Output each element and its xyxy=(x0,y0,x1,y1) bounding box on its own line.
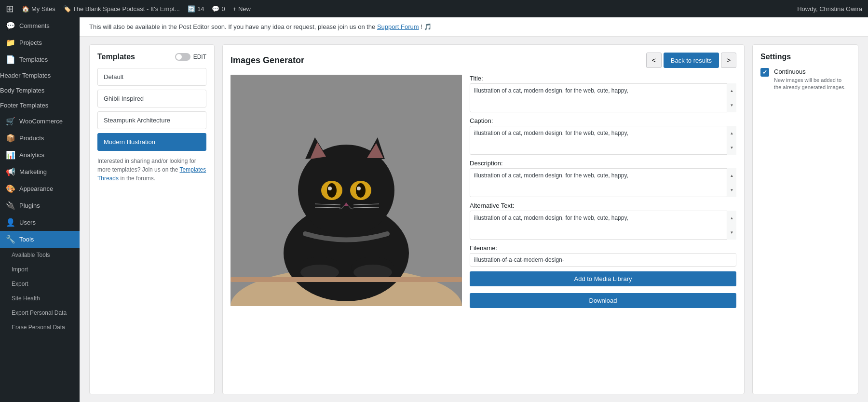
continuous-desc: New images will be added to the already … xyxy=(774,77,850,92)
site-name-link[interactable]: 🏷️ The Blank Space Podcast - It's Empt..… xyxy=(63,5,180,13)
caption-scroll: ▲ ▼ xyxy=(727,126,736,155)
comments-link[interactable]: 💬 0 xyxy=(212,5,225,13)
nav-buttons: < Back to results > xyxy=(646,53,736,68)
settings-title: Settings xyxy=(760,53,850,61)
caption-scroll-down[interactable]: ▼ xyxy=(727,140,736,155)
title-field-group: Title: ▲ ▼ xyxy=(470,75,736,112)
generator-panel: Images Generator < Back to results > xyxy=(222,44,745,394)
download-button[interactable]: Download xyxy=(470,293,736,308)
home-icon: 🏷️ xyxy=(63,5,71,13)
toggle-switch[interactable] xyxy=(175,53,190,61)
add-to-media-library-button[interactable]: Add to Media Library xyxy=(470,271,736,286)
my-sites-icon: 🏠 xyxy=(22,5,29,13)
alt-scroll-down[interactable]: ▼ xyxy=(727,225,736,240)
description-scroll-down[interactable]: ▼ xyxy=(727,183,736,197)
generator-title: Images Generator xyxy=(231,55,304,66)
sidebar-item-header-templates[interactable]: Header Templates xyxy=(0,68,80,83)
sidebar-item-site-health[interactable]: Site Health xyxy=(0,291,80,306)
title-scroll-down[interactable]: ▼ xyxy=(727,98,736,112)
sidebar-item-body-templates[interactable]: Body Templates xyxy=(0,83,80,98)
tools-submenu: Available Tools Import Export Site Healt… xyxy=(0,248,80,335)
template-item-steampunk[interactable]: Steampunk Architecture xyxy=(97,111,206,129)
sidebar-item-templates[interactable]: 📄 Templates xyxy=(0,51,80,68)
generated-image xyxy=(231,75,462,306)
sidebar-item-export-personal-data[interactable]: Export Personal Data xyxy=(0,306,80,320)
sidebar-item-available-tools[interactable]: Available Tools xyxy=(0,248,80,262)
edit-toggle[interactable]: EDIT xyxy=(175,53,206,61)
tools-icon: 🔧 xyxy=(6,235,15,244)
products-icon: 📦 xyxy=(6,134,15,143)
back-to-results-button[interactable]: Back to results xyxy=(664,53,719,68)
support-forum-link[interactable]: Support Forum xyxy=(377,23,419,30)
appearance-icon: 🎨 xyxy=(6,184,15,193)
prev-button[interactable]: < xyxy=(646,53,662,68)
admin-bar: ⊞ 🏠 My Sites 🏷️ The Blank Space Podcast … xyxy=(0,0,868,17)
template-item-ghibli[interactable]: Ghibli Inspired xyxy=(97,90,206,107)
caption-label: Caption: xyxy=(470,117,736,124)
generator-body: Title: ▲ ▼ Caption: xyxy=(231,75,736,386)
analytics-icon: 📊 xyxy=(6,150,15,160)
projects-icon: 📁 xyxy=(6,38,15,47)
content-area: This will also be available in the Post … xyxy=(80,17,868,402)
users-icon: 👤 xyxy=(6,218,15,227)
sidebar-item-users[interactable]: 👤 Users xyxy=(0,214,80,231)
main-content: Templates EDIT Default Ghibli Inspired S… xyxy=(80,37,868,402)
templates-panel-title: Templates xyxy=(97,53,135,61)
description-field-group: Description: ▲ ▼ xyxy=(470,160,736,197)
sidebar-item-appearance[interactable]: 🎨 Appearance xyxy=(0,180,80,197)
sidebar-item-projects[interactable]: 📁 Projects xyxy=(0,34,80,51)
alt-scroll: ▲ ▼ xyxy=(727,211,736,240)
title-scroll: ▲ ▼ xyxy=(727,83,736,112)
new-content-menu[interactable]: + New xyxy=(233,5,251,13)
continuous-setting: Continuous New images will be added to t… xyxy=(760,68,850,92)
template-item-modern[interactable]: Modern Illustration xyxy=(97,133,206,151)
title-input[interactable] xyxy=(470,83,736,112)
marketing-icon: 📢 xyxy=(6,167,15,176)
continuous-checkbox[interactable] xyxy=(760,68,769,77)
sidebar-item-tools[interactable]: 🔧 Tools xyxy=(0,231,80,248)
filename-input[interactable] xyxy=(470,253,736,267)
updates-icon: 🔄 xyxy=(188,5,195,13)
sidebar-item-marketing[interactable]: 📢 Marketing xyxy=(0,163,80,180)
title-row: ▲ ▼ xyxy=(470,83,736,112)
alt-scroll-up[interactable]: ▲ xyxy=(727,211,736,225)
templates-promo: Interested in sharing and/or looking for… xyxy=(97,157,206,183)
caption-scroll-up[interactable]: ▲ xyxy=(727,126,736,140)
alt-input[interactable] xyxy=(470,211,736,240)
svg-point-11 xyxy=(356,183,366,198)
sidebar-item-woocommerce[interactable]: 🛒 WooCommerce xyxy=(0,113,80,130)
sidebar-item-erase-personal-data[interactable]: Erase Personal Data xyxy=(0,320,80,335)
description-input[interactable] xyxy=(470,168,736,197)
notice-bar: This will also be available in the Post … xyxy=(80,17,868,37)
sidebar-item-comments[interactable]: 💬 Comments xyxy=(0,17,80,34)
updates-link[interactable]: 🔄 14 xyxy=(188,5,204,13)
sidebar-item-plugins[interactable]: 🔌 Plugins xyxy=(0,197,80,214)
continuous-text: Continuous New images will be added to t… xyxy=(774,68,850,92)
next-button[interactable]: > xyxy=(721,53,736,68)
generator-fields: Title: ▲ ▼ Caption: xyxy=(470,75,736,386)
plugins-icon: 🔌 xyxy=(6,201,15,210)
sidebar-item-products[interactable]: 📦 Products xyxy=(0,130,80,147)
sidebar-item-footer-templates[interactable]: Footer Templates xyxy=(0,98,80,113)
comments-icon: 💬 xyxy=(6,21,15,30)
woocommerce-icon: 🛒 xyxy=(6,117,15,126)
continuous-label: Continuous xyxy=(774,68,850,75)
description-row: ▲ ▼ xyxy=(470,168,736,197)
filename-label: Filename: xyxy=(470,244,736,252)
caption-row: ▲ ▼ xyxy=(470,126,736,155)
alt-field-group: Alternative Text: ▲ ▼ xyxy=(470,202,736,240)
caption-field-group: Caption: ▲ ▼ xyxy=(470,117,736,155)
wp-logo-icon[interactable]: ⊞ xyxy=(6,3,14,14)
sidebar: 💬 Comments 📁 Projects 📄 Templates Header… xyxy=(0,17,80,402)
description-scroll-up[interactable]: ▲ xyxy=(727,168,736,183)
sidebar-item-analytics[interactable]: 📊 Analytics xyxy=(0,147,80,163)
template-item-default[interactable]: Default xyxy=(97,68,206,86)
sidebar-item-import[interactable]: Import xyxy=(0,262,80,277)
caption-input[interactable] xyxy=(470,126,736,155)
description-label: Description: xyxy=(470,160,736,167)
sidebar-item-export[interactable]: Export xyxy=(0,277,80,291)
my-sites-menu[interactable]: 🏠 My Sites xyxy=(22,5,55,13)
alt-row: ▲ ▼ xyxy=(470,211,736,240)
description-scroll: ▲ ▼ xyxy=(727,168,736,197)
title-scroll-up[interactable]: ▲ xyxy=(727,83,736,98)
